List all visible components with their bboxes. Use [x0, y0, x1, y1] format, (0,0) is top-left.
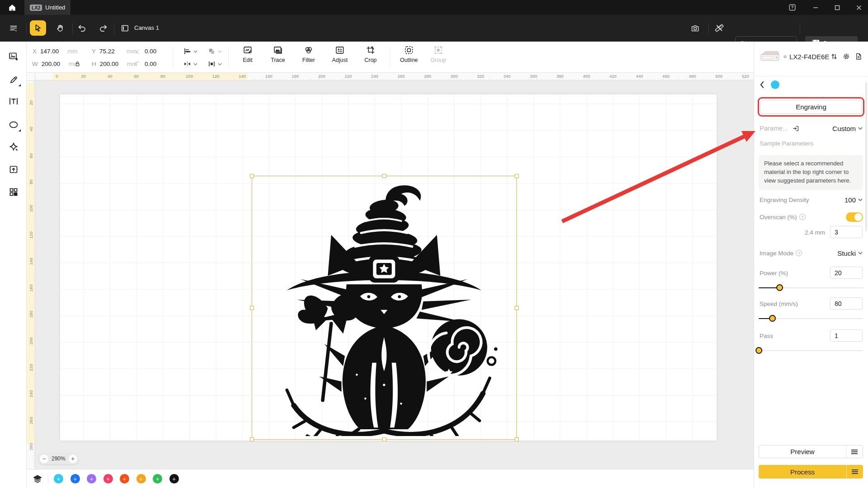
minimize-button[interactable] — [807, 0, 825, 15]
camera-capture-button[interactable] — [687, 20, 703, 36]
layer-color-indicator[interactable] — [771, 80, 779, 89]
edit-button[interactable]: Edit — [235, 45, 261, 63]
help-button[interactable] — [783, 0, 801, 15]
outline-button[interactable]: Outline — [396, 45, 422, 63]
w-value[interactable]: 200.00 — [42, 61, 65, 67]
h-value[interactable]: 200.00 — [100, 61, 123, 67]
overscan-input[interactable] — [830, 226, 863, 238]
filter-button[interactable]: Filter — [296, 45, 322, 63]
y-position-field[interactable]: Y 75.22 mm — [92, 48, 137, 55]
zoom-in-button[interactable]: + — [69, 455, 77, 463]
back-chevron-icon[interactable] — [760, 81, 765, 89]
crop-button[interactable]: Crop — [357, 45, 384, 63]
power-slider[interactable] — [759, 284, 863, 291]
image-mode-value[interactable]: Stucki — [837, 249, 856, 257]
zoom-out-button[interactable]: − — [40, 455, 48, 463]
maximize-button[interactable] — [828, 0, 846, 15]
process-button[interactable]: Process — [759, 465, 863, 479]
document-tab[interactable]: LX2 Untitled — [24, 0, 70, 15]
width-field[interactable]: W 200.00 mm — [32, 61, 79, 67]
layer-color-dot[interactable]: + — [103, 474, 113, 483]
parameters-value[interactable]: Custom — [832, 125, 856, 132]
home-button[interactable] — [6, 2, 18, 14]
slider-knob[interactable] — [755, 347, 762, 354]
lock-ratio-button[interactable] — [74, 61, 81, 67]
selection-handle-n[interactable] — [382, 174, 386, 178]
selection-handle-nw[interactable] — [250, 174, 254, 178]
layer-color-dot[interactable]: + — [120, 474, 129, 483]
selection-handle-ne[interactable] — [515, 174, 519, 178]
process-options-button[interactable] — [847, 469, 863, 474]
device-log-document-icon[interactable] — [854, 52, 863, 61]
align-dropdown[interactable] — [183, 47, 197, 56]
rotation-field[interactable]: 0.00 — [134, 48, 163, 55]
corner-radius-value[interactable]: 0.00 — [145, 61, 163, 67]
export-parameters-icon[interactable] — [792, 125, 800, 132]
panel-scrollbar[interactable] — [865, 82, 867, 231]
layer-color-dot[interactable]: + — [87, 474, 96, 483]
shape-tool[interactable] — [8, 119, 19, 131]
ruler-tick-label: 440 — [636, 74, 643, 79]
slider-knob[interactable] — [776, 284, 783, 291]
select-tool-button[interactable] — [30, 20, 46, 36]
overscan-toggle[interactable] — [846, 212, 863, 222]
chevron-down-icon[interactable] — [858, 198, 863, 201]
draw-tool[interactable] — [8, 74, 19, 85]
height-field[interactable]: H 200.00 mm — [92, 61, 137, 67]
preview-options-button[interactable] — [846, 450, 863, 454]
chevron-down-icon[interactable] — [858, 127, 863, 130]
power-input[interactable] — [830, 267, 863, 279]
canvas-area[interactable]: -200204060801001201401601802002202402602… — [27, 73, 754, 488]
ruler-tick-label: 80 — [28, 178, 33, 186]
trace-button[interactable]: Trace — [265, 45, 291, 63]
rotation-value[interactable]: 0.00 — [145, 48, 163, 55]
close-button[interactable] — [850, 0, 868, 15]
layers-button[interactable] — [32, 473, 43, 485]
import-tool[interactable] — [8, 164, 19, 175]
pass-slider[interactable] — [759, 347, 863, 354]
undo-button[interactable] — [74, 20, 90, 36]
layer-color-dot[interactable]: + — [136, 474, 146, 483]
engraving-mode-button[interactable]: Engraving — [760, 100, 862, 114]
effects-tool[interactable] — [8, 141, 19, 153]
layer-color-dot[interactable]: + — [153, 474, 162, 483]
x-value[interactable]: 147.00 — [40, 48, 64, 55]
x-position-field[interactable]: X 147.00 mm — [33, 48, 78, 55]
canvas-name-label[interactable]: Canvas 1 — [134, 24, 159, 31]
device-row[interactable]: LX2-F4DE6E — [760, 49, 863, 64]
image-mode-help-icon[interactable]: ? — [796, 250, 802, 256]
chevron-down-icon[interactable] — [858, 252, 863, 254]
selection-handle-se[interactable] — [515, 437, 519, 441]
elements-tool[interactable] — [8, 186, 19, 198]
redo-button[interactable] — [95, 20, 111, 36]
speed-input[interactable] — [830, 297, 863, 310]
layer-color-dot[interactable]: + — [70, 474, 80, 483]
selection-box[interactable] — [252, 176, 517, 440]
engraving-density-value[interactable]: 100 — [845, 196, 856, 204]
layer-color-dot[interactable]: + — [169, 474, 179, 483]
flip-dropdown[interactable] — [183, 60, 197, 68]
selection-handle-s[interactable] — [382, 437, 386, 441]
preview-button[interactable]: Preview — [759, 445, 863, 458]
distribute-dropdown[interactable] — [207, 60, 222, 68]
hand-tool-button[interactable] — [52, 20, 68, 36]
swap-device-icon[interactable] — [830, 52, 838, 61]
speed-slider[interactable] — [759, 315, 863, 322]
corner-radius-field[interactable]: 0.00 — [134, 61, 163, 67]
adjust-button[interactable]: Adjust — [327, 45, 353, 63]
device-settings-gear-icon[interactable] — [842, 52, 850, 61]
canvas-panel-button[interactable] — [117, 20, 133, 36]
selection-handle-w[interactable] — [250, 306, 254, 310]
selection-handle-e[interactable] — [515, 306, 519, 310]
add-image-tool[interactable] — [8, 51, 19, 62]
text-tool[interactable] — [8, 95, 19, 107]
main-menu-button[interactable] — [5, 20, 22, 36]
overscan-help-icon[interactable]: ? — [799, 214, 806, 220]
y-value[interactable]: 75.22 — [99, 48, 123, 55]
selection-handle-sw[interactable] — [250, 437, 254, 441]
material-tools-button[interactable] — [711, 20, 727, 36]
boolean-dropdown[interactable] — [207, 47, 222, 56]
layer-color-dot[interactable]: + — [54, 474, 63, 483]
slider-knob[interactable] — [769, 315, 776, 322]
pass-input[interactable] — [830, 329, 863, 342]
